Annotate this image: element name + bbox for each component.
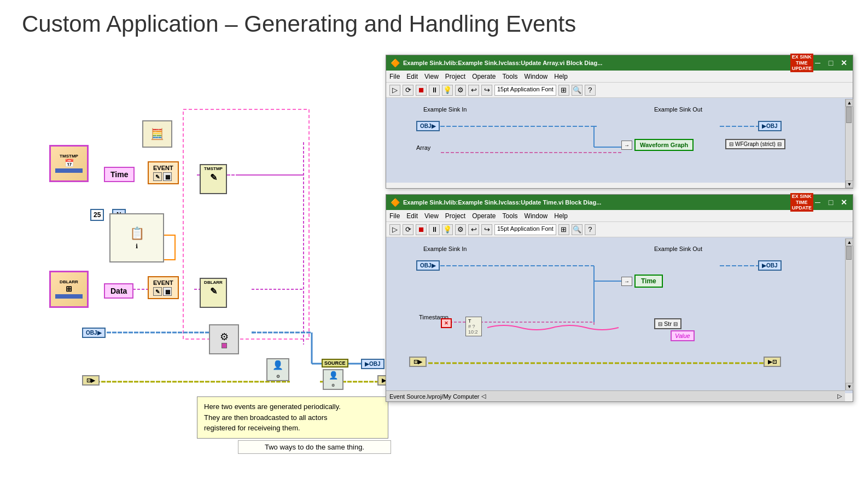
- source-block: SOURCE: [322, 359, 348, 367]
- calculator-icon: 🧮: [142, 120, 172, 148]
- window-2-statusbar: Event Source.lvproj/My Computer ◁ ▷: [386, 390, 845, 401]
- data-label: Data: [104, 283, 133, 299]
- stop-btn-2[interactable]: ⏹: [416, 224, 427, 235]
- scrollbar-1[interactable]: ▲ ▼: [845, 99, 853, 188]
- dblarr-icon: DBLARR ⊞: [49, 271, 89, 308]
- notebook-block: 📋 ℹ: [109, 213, 164, 262]
- menu-help-2[interactable]: Help: [554, 212, 568, 220]
- page-title: Custom Application – Generating and Hand…: [22, 11, 576, 37]
- obj-in-1: OBJ▶: [416, 121, 440, 131]
- redo-btn-1[interactable]: ↪: [481, 85, 492, 96]
- window-1-controls[interactable]: ─ □ ✕: [813, 59, 848, 67]
- window-update-time: 🔶 Example Sink.lvlib:Example Sink.lvclas…: [386, 194, 853, 402]
- tmstmp-icon-1: TMSTMP 📅: [49, 145, 89, 182]
- array-label-1: Array: [416, 144, 430, 151]
- redo-btn-2[interactable]: ↪: [481, 224, 492, 235]
- align-btn-1[interactable]: ⊞: [558, 85, 569, 96]
- menu-tools-2[interactable]: Tools: [503, 212, 518, 220]
- sink-in-label-2: Example Sink In: [423, 246, 467, 252]
- sink-out-label-2: Example Sink Out: [654, 246, 702, 252]
- window-2-content: Example Sink In Example Sink Out OBJ▶ ▶O…: [386, 237, 853, 393]
- sink-in-label-1: Example Sink In: [423, 106, 467, 113]
- time-node: → Time: [621, 275, 663, 288]
- help-btn-1[interactable]: ?: [585, 85, 596, 96]
- pause-btn-1[interactable]: ⏸: [429, 85, 440, 96]
- actor-node-1: 👤⚙: [266, 358, 289, 381]
- timestamp-box: ✕: [441, 318, 452, 328]
- run-btn-1[interactable]: ▷: [389, 85, 400, 96]
- window-1-menu: File Edit View Project Operate Tools Win…: [386, 71, 853, 83]
- menu-operate-1[interactable]: Operate: [472, 73, 496, 80]
- menu-help-1[interactable]: Help: [554, 73, 568, 80]
- align-btn-2[interactable]: ⊞: [558, 224, 569, 235]
- config-btn-2[interactable]: ⚙: [455, 224, 466, 235]
- pause-btn-2[interactable]: ⏸: [429, 224, 440, 235]
- menu-view-2[interactable]: View: [424, 212, 439, 220]
- scroll-thumb-2[interactable]: [846, 246, 852, 260]
- annotation-box-2: Two ways to do the same thing.: [238, 440, 391, 454]
- waveform-graph-label: Waveform Graph: [634, 139, 694, 151]
- font-select-2[interactable]: 15pt Application Font: [494, 224, 556, 235]
- menu-tools-1[interactable]: Tools: [503, 73, 518, 80]
- window-2-titlebar: 🔶 Example Sink.lvlib:Example Sink.lvclas…: [386, 195, 853, 210]
- close-btn-1[interactable]: ✕: [840, 59, 848, 67]
- statusbar-text: Event Source.lvproj/My Computer: [389, 393, 479, 400]
- window-1-title: Example Sink.lvlib:Example Sink.lvclass:…: [403, 60, 788, 66]
- maximize-btn-2[interactable]: □: [826, 198, 835, 207]
- window-2-controls[interactable]: ─ □ ✕: [813, 198, 848, 207]
- menu-file-1[interactable]: File: [389, 73, 400, 80]
- left-diagram: TMSTMP 📅 Time EVENT ✎ ▦ TMSTMP ✎ 🧮 25 N …: [22, 55, 394, 416]
- scroll-thumb-1[interactable]: [846, 107, 852, 123]
- window-2-title: Example Sink.lvlib:Example Sink.lvclass:…: [403, 199, 788, 206]
- obj-left: OBJ▶: [82, 328, 106, 338]
- run-btn-2[interactable]: ▷: [389, 224, 400, 235]
- time-node-label: Time: [634, 275, 663, 288]
- menu-project-1[interactable]: Project: [445, 73, 465, 80]
- menu-project-2[interactable]: Project: [445, 212, 465, 220]
- maximize-btn-1[interactable]: □: [826, 59, 835, 67]
- close-btn-2[interactable]: ✕: [840, 198, 848, 207]
- menu-operate-2[interactable]: Operate: [472, 212, 496, 220]
- minimize-btn-1[interactable]: ─: [813, 59, 822, 67]
- actor-node-2: 👤⚙: [323, 369, 343, 390]
- minimize-btn-2[interactable]: ─: [813, 198, 822, 207]
- menu-window-1[interactable]: Window: [525, 73, 548, 80]
- stop-btn-1[interactable]: ⏹: [416, 85, 427, 96]
- menu-view-1[interactable]: View: [424, 73, 439, 80]
- scroll-down-1[interactable]: ▼: [846, 180, 853, 188]
- run-cont-btn-2[interactable]: ⟳: [403, 224, 413, 235]
- window-1-toolbar: ▷ ⟳ ⏹ ⏸ 💡 ⚙ ↩ ↪ 15pt Application Font ⊞ …: [386, 83, 853, 98]
- zoom-btn-1[interactable]: 🔍: [572, 85, 582, 96]
- config-btn-1[interactable]: ⚙: [455, 85, 466, 96]
- lv-icon-2: 🔶: [391, 198, 400, 207]
- scroll-down-2[interactable]: ▼: [846, 383, 853, 390]
- help-btn-2[interactable]: ?: [585, 224, 596, 235]
- bulb-btn-2[interactable]: 💡: [442, 224, 453, 235]
- str-box: ⊟ Str ⊟: [654, 318, 681, 329]
- font-select-1[interactable]: 15pt Application Font: [494, 85, 556, 96]
- scroll-up-1[interactable]: ▲: [846, 99, 853, 107]
- window-2-menu: File Edit View Project Operate Tools Win…: [386, 210, 853, 222]
- menu-edit-1[interactable]: Edit: [406, 73, 418, 80]
- window-2-wires: [386, 237, 853, 393]
- undo-btn-1[interactable]: ↩: [468, 85, 479, 96]
- gear-node: ⚙: [209, 324, 239, 354]
- menu-file-2[interactable]: File: [389, 212, 400, 220]
- undo-btn-2[interactable]: ↩: [468, 224, 479, 235]
- scrollbar-2[interactable]: ▲ ▼: [845, 238, 853, 390]
- wfgraph-box: ⊟ WFGraph (strict) ⊟: [725, 139, 785, 149]
- terminal-left-bottom: ⊡▶: [82, 375, 100, 386]
- terminal-left-2: ⊡▶: [409, 357, 427, 367]
- obj-out-1: ▶OBJ: [758, 121, 782, 131]
- zoom-btn-2[interactable]: 🔍: [572, 224, 582, 235]
- terminal-right-2: ▶⊡: [764, 357, 781, 367]
- menu-edit-2[interactable]: Edit: [406, 212, 418, 220]
- time-label: Time: [104, 167, 135, 182]
- bulb-btn-1[interactable]: 💡: [442, 85, 453, 96]
- window-update-array: 🔶 Example Sink.lvlib:Example Sink.lvclas…: [386, 55, 853, 189]
- window-1-content: Example Sink In Example Sink Out OBJ▶ ▶O…: [386, 98, 853, 183]
- scroll-up-2[interactable]: ▲: [846, 238, 853, 246]
- menu-window-2[interactable]: Window: [525, 212, 548, 220]
- value-box: Value: [671, 330, 695, 341]
- run-cont-btn-1[interactable]: ⟳: [403, 85, 413, 96]
